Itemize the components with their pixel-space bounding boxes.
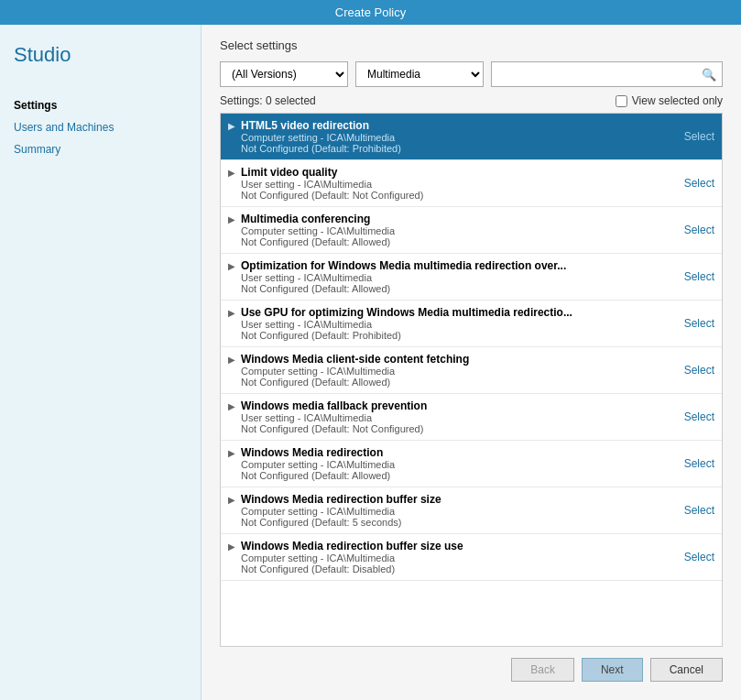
category-filter[interactable]: Multimedia bbox=[355, 61, 484, 87]
setting-name: Multimedia conferencing bbox=[241, 213, 677, 225]
setting-item[interactable]: ▶Windows Media redirection buffer sizeCo… bbox=[221, 487, 722, 534]
setting-sub: Computer setting - ICA\Multimedia bbox=[241, 225, 677, 236]
main-content: Select settings (All Versions) Multimedi… bbox=[202, 25, 741, 700]
setting-status: Not Configured (Default: Not Configured) bbox=[241, 190, 677, 201]
setting-status: Not Configured (Default: 5 seconds) bbox=[241, 517, 677, 528]
setting-status: Not Configured (Default: Not Configured) bbox=[241, 423, 677, 434]
sidebar-nav-item[interactable]: Settings bbox=[14, 94, 187, 116]
setting-text: Windows Media redirection buffer size us… bbox=[241, 540, 677, 574]
sidebar-nav-item[interactable]: Users and Machines bbox=[14, 116, 187, 138]
setting-text: Multimedia conferencingComputer setting … bbox=[241, 213, 677, 247]
sidebar: Studio SettingsUsers and MachinesSummary bbox=[0, 25, 202, 700]
title-bar: Create Policy bbox=[0, 0, 741, 25]
setting-item[interactable]: ▶Windows Media redirectionComputer setti… bbox=[221, 441, 722, 487]
select-link[interactable]: Select bbox=[684, 364, 714, 377]
section-title: Select settings bbox=[220, 38, 723, 52]
setting-name: Limit video quality bbox=[241, 166, 677, 179]
setting-item[interactable]: ▶Windows media fallback preventionUser s… bbox=[221, 394, 722, 441]
setting-name: Windows Media redirection buffer size bbox=[241, 493, 677, 506]
expand-arrow-icon[interactable]: ▶ bbox=[228, 355, 235, 365]
select-link[interactable]: Select bbox=[684, 317, 714, 330]
setting-status: Not Configured (Default: Allowed) bbox=[241, 470, 677, 481]
version-filter[interactable]: (All Versions) bbox=[220, 61, 348, 87]
expand-arrow-icon[interactable]: ▶ bbox=[228, 308, 235, 318]
setting-status: Not Configured (Default: Allowed) bbox=[241, 236, 677, 247]
setting-sub: User setting - ICA\Multimedia bbox=[241, 412, 677, 423]
select-link[interactable]: Select bbox=[684, 177, 714, 190]
view-selected-checkbox[interactable] bbox=[616, 95, 627, 107]
cancel-button[interactable]: Cancel bbox=[650, 658, 723, 682]
setting-text: Windows Media redirectionComputer settin… bbox=[241, 446, 677, 481]
back-button[interactable]: Back bbox=[511, 658, 574, 682]
select-link[interactable]: Select bbox=[684, 224, 714, 236]
expand-arrow-icon[interactable]: ▶ bbox=[228, 448, 235, 458]
setting-name: Windows media fallback prevention bbox=[241, 399, 677, 412]
setting-item[interactable]: ▶Use GPU for optimizing Windows Media mu… bbox=[221, 301, 722, 347]
setting-sub: Computer setting - ICA\Multimedia bbox=[241, 552, 677, 563]
sidebar-logo: Studio bbox=[14, 43, 187, 67]
setting-name: Windows Media client-side content fetchi… bbox=[241, 353, 677, 366]
expand-arrow-icon[interactable]: ▶ bbox=[228, 261, 235, 271]
expand-arrow-icon[interactable]: ▶ bbox=[228, 168, 235, 178]
select-link[interactable]: Select bbox=[684, 504, 714, 517]
setting-status: Not Configured (Default: Disabled) bbox=[241, 563, 677, 574]
setting-item[interactable]: ▶Windows Media redirection buffer size u… bbox=[221, 534, 722, 581]
expand-arrow-icon[interactable]: ▶ bbox=[228, 495, 235, 505]
setting-status: Not Configured (Default: Prohibited) bbox=[241, 143, 677, 154]
setting-item[interactable]: ▶Multimedia conferencingComputer setting… bbox=[221, 207, 722, 254]
expand-arrow-icon[interactable]: ▶ bbox=[228, 541, 235, 552]
window-body: Studio SettingsUsers and MachinesSummary… bbox=[0, 25, 741, 700]
sidebar-nav-item[interactable]: Summary bbox=[14, 138, 187, 160]
setting-name: Optimization for Windows Media multimedi… bbox=[241, 259, 677, 272]
select-link[interactable]: Select bbox=[684, 457, 714, 470]
setting-name: Windows Media redirection buffer size us… bbox=[241, 540, 677, 552]
setting-item[interactable]: ▶HTML5 video redirectionComputer setting… bbox=[221, 114, 722, 160]
expand-arrow-icon[interactable]: ▶ bbox=[228, 121, 235, 131]
setting-sub: User setting - ICA\Multimedia bbox=[241, 319, 677, 330]
setting-item[interactable]: ▶Windows Media client-side content fetch… bbox=[221, 347, 722, 394]
search-input[interactable] bbox=[497, 68, 702, 81]
setting-sub: User setting - ICA\Multimedia bbox=[241, 179, 677, 190]
select-link[interactable]: Select bbox=[684, 410, 714, 423]
setting-sub: Computer setting - ICA\Multimedia bbox=[241, 506, 677, 517]
setting-name: Use GPU for optimizing Windows Media mul… bbox=[241, 306, 677, 319]
sidebar-nav: SettingsUsers and MachinesSummary bbox=[14, 94, 187, 160]
setting-status: Not Configured (Default: Prohibited) bbox=[241, 330, 677, 341]
next-button[interactable]: Next bbox=[582, 658, 643, 682]
search-icon: 🔍 bbox=[702, 68, 716, 82]
setting-text: Windows Media client-side content fetchi… bbox=[241, 353, 677, 388]
view-selected-container: View selected only bbox=[616, 94, 723, 107]
select-link[interactable]: Select bbox=[684, 270, 714, 283]
expand-arrow-icon[interactable]: ▶ bbox=[228, 214, 235, 224]
expand-arrow-icon[interactable]: ▶ bbox=[228, 401, 235, 411]
setting-item[interactable]: ▶Limit video qualityUser setting - ICA\M… bbox=[221, 160, 722, 207]
setting-sub: Computer setting - ICA\Multimedia bbox=[241, 459, 677, 470]
setting-text: Limit video qualityUser setting - ICA\Mu… bbox=[241, 166, 677, 201]
setting-sub: Computer setting - ICA\Multimedia bbox=[241, 132, 677, 143]
setting-item[interactable]: ▶Optimization for Windows Media multimed… bbox=[221, 254, 722, 301]
setting-status: Not Configured (Default: Allowed) bbox=[241, 377, 677, 388]
settings-info-row: Settings: 0 selected View selected only bbox=[220, 94, 723, 107]
setting-text: Optimization for Windows Media multimedi… bbox=[241, 259, 677, 294]
setting-name: Windows Media redirection bbox=[241, 446, 677, 459]
select-link[interactable]: Select bbox=[684, 130, 714, 143]
settings-list: ▶HTML5 video redirectionComputer setting… bbox=[220, 113, 723, 647]
setting-text: Windows Media redirection buffer sizeCom… bbox=[241, 493, 677, 528]
search-box: 🔍 bbox=[491, 61, 723, 87]
select-link[interactable]: Select bbox=[684, 551, 714, 563]
setting-sub: User setting - ICA\Multimedia bbox=[241, 272, 677, 283]
filter-row: (All Versions) Multimedia 🔍 bbox=[220, 61, 723, 87]
setting-sub: Computer setting - ICA\Multimedia bbox=[241, 366, 677, 377]
setting-name: HTML5 video redirection bbox=[241, 119, 677, 132]
view-selected-label[interactable]: View selected only bbox=[632, 94, 723, 107]
setting-text: Use GPU for optimizing Windows Media mul… bbox=[241, 306, 677, 341]
window-title: Create Policy bbox=[335, 5, 406, 19]
settings-count: Settings: 0 selected bbox=[220, 94, 316, 107]
footer-buttons: Back Next Cancel bbox=[220, 647, 723, 686]
main-window: Create Policy Studio SettingsUsers and M… bbox=[0, 0, 741, 700]
setting-text: HTML5 video redirectionComputer setting … bbox=[241, 119, 677, 154]
setting-text: Windows media fallback preventionUser se… bbox=[241, 399, 677, 434]
setting-status: Not Configured (Default: Allowed) bbox=[241, 283, 677, 294]
